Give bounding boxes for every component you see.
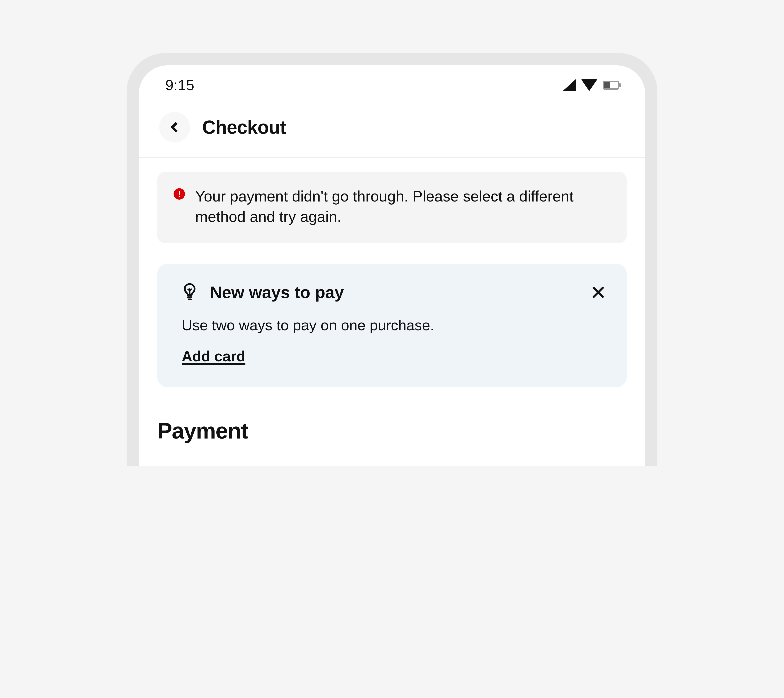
page-title: Checkout [202,117,286,138]
status-icons [563,79,621,91]
device-frame: 9:15 Checkout ! Your payment didn't go [127,53,657,466]
add-card-link[interactable]: Add card [182,348,245,365]
new-ways-to-pay-card: New ways to pay Use two ways to pay on o… [157,264,627,387]
chevron-left-icon [171,122,181,132]
screen: 9:15 Checkout ! Your payment didn't go [139,65,645,466]
info-card-body: Use two ways to pay on one purchase. [182,317,606,334]
dismiss-info-card-button[interactable] [590,284,606,301]
payment-section-title: Payment [157,418,627,466]
content-area: ! Your payment didn't go through. Please… [139,158,645,466]
wifi-icon [581,79,597,91]
payment-error-alert: ! Your payment didn't go through. Please… [157,172,627,244]
cellular-signal-icon [563,79,576,91]
back-button[interactable] [159,112,190,143]
error-icon: ! [173,188,185,200]
info-card-title: New ways to pay [210,283,344,302]
info-card-header: New ways to pay [182,282,606,303]
battery-icon [603,81,621,90]
app-bar: Checkout [139,100,645,157]
lightbulb-icon [182,282,198,303]
status-time: 9:15 [165,77,194,94]
status-bar: 9:15 [139,65,645,100]
close-icon [592,286,604,298]
alert-message: Your payment didn't go through. Please s… [195,186,611,227]
